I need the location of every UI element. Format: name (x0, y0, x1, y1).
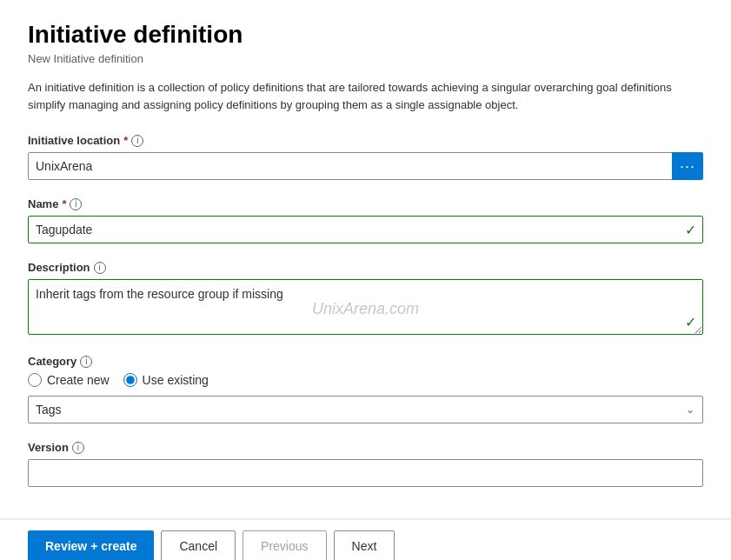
version-section: Version i (28, 441, 703, 487)
required-indicator: * (123, 134, 128, 147)
category-radio-group: Create new Use existing (28, 373, 703, 387)
category-label: Category i (28, 355, 703, 368)
description-section: Description i UnixArena.com ✓ (28, 261, 703, 337)
version-info-icon[interactable]: i (72, 442, 84, 454)
name-input[interactable] (28, 216, 703, 243)
description-label: Description i (28, 261, 703, 274)
previous-button: Previous (243, 530, 326, 560)
next-button[interactable]: Next (334, 530, 395, 560)
version-input[interactable] (28, 459, 703, 487)
name-section: Name * i ✓ (28, 197, 703, 243)
initiative-location-section: Initiative location * i ··· (28, 134, 703, 180)
description-textarea-wrapper: UnixArena.com ✓ (28, 279, 703, 337)
name-label: Name * i (28, 197, 703, 210)
review-create-button[interactable]: Review + create (28, 530, 154, 560)
use-existing-radio[interactable] (123, 373, 137, 387)
description-check-icon: ✓ (685, 314, 696, 330)
category-dropdown-wrapper: Tags Compute Network Storage Security ⌄ (28, 396, 703, 423)
cancel-button[interactable]: Cancel (161, 530, 236, 560)
description-textarea[interactable] (28, 279, 703, 335)
initiative-location-info-icon[interactable]: i (131, 135, 143, 147)
name-input-wrapper: ✓ (28, 216, 703, 243)
page-description: An initiative definition is a collection… (28, 79, 703, 113)
initiative-location-input[interactable] (28, 152, 673, 180)
use-existing-radio-option[interactable]: Use existing (123, 373, 209, 387)
browse-button[interactable]: ··· (672, 152, 703, 180)
page-title: Initiative definition (28, 21, 703, 49)
create-new-label: Create new (47, 373, 110, 387)
browse-icon: ··· (680, 158, 695, 174)
initiative-location-label: Initiative location * i (28, 134, 703, 147)
category-section: Category i Create new Use existing Tags … (28, 355, 703, 423)
page-subtitle: New Initiative definition (28, 52, 703, 65)
name-info-icon[interactable]: i (70, 198, 82, 210)
description-info-icon[interactable]: i (94, 262, 106, 274)
initiative-location-input-row: ··· (28, 152, 703, 180)
create-new-radio[interactable] (28, 373, 42, 387)
category-info-icon[interactable]: i (80, 356, 92, 368)
category-dropdown[interactable]: Tags Compute Network Storage Security (28, 396, 703, 423)
name-check-icon: ✓ (685, 222, 696, 238)
create-new-radio-option[interactable]: Create new (28, 373, 110, 387)
version-label: Version i (28, 441, 703, 454)
use-existing-label: Use existing (143, 373, 209, 387)
name-required-indicator: * (62, 197, 66, 210)
footer: Review + create Cancel Previous Next (0, 519, 731, 560)
